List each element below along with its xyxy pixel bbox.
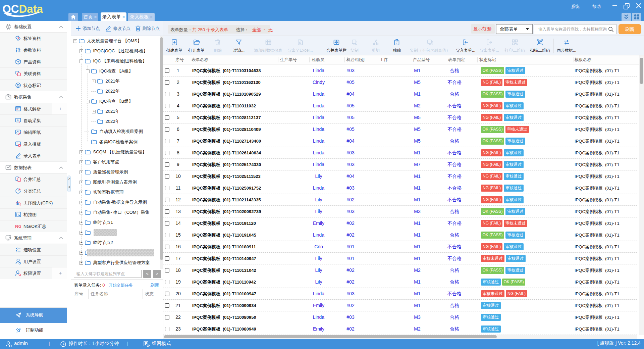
- svg-text:NG: NG: [15, 224, 21, 229]
- svg-text:Cpk: Cpk: [19, 204, 21, 206]
